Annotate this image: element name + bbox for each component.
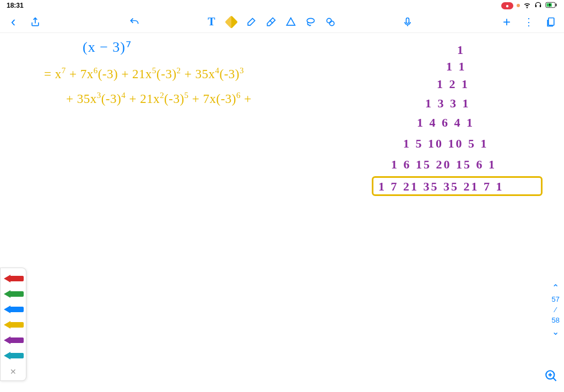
pascal-row-3: 1 3 3 1 bbox=[425, 96, 470, 111]
close-panel-icon[interactable]: ✕ bbox=[10, 367, 17, 376]
pen-panel: ✕ bbox=[0, 268, 26, 381]
svg-point-4 bbox=[327, 18, 331, 23]
pascal-row-1: 1 1 bbox=[446, 59, 467, 74]
page-up-button[interactable]: ⌃ bbox=[552, 282, 559, 293]
headphones-icon bbox=[534, 1, 542, 10]
status-right: ● bbox=[501, 1, 557, 10]
text-tool[interactable]: T bbox=[206, 17, 217, 28]
shape-tool[interactable] bbox=[285, 17, 296, 28]
page-current: 57 bbox=[552, 295, 560, 303]
recording-indicator: ● bbox=[501, 2, 513, 9]
pen-red[interactable] bbox=[3, 273, 24, 285]
svg-point-5 bbox=[329, 21, 334, 25]
lasso-tool[interactable] bbox=[305, 17, 316, 28]
expansion-line1: = x7 + 7x6(-3) + 21x5(-3)2 + 35x4(-3)3 bbox=[44, 66, 244, 81]
page-navigator: ⌃ 57 ⁄ 58 ⌄ bbox=[552, 282, 560, 337]
svg-rect-6 bbox=[406, 18, 409, 23]
mic-button[interactable] bbox=[402, 17, 413, 28]
back-button[interactable]: ‹ bbox=[8, 17, 19, 28]
wifi-icon bbox=[523, 1, 531, 10]
status-bar: 18:31 ● bbox=[0, 0, 564, 11]
pen-green[interactable] bbox=[3, 288, 24, 300]
highlighter-tool[interactable] bbox=[246, 17, 257, 28]
page-total: 58 bbox=[552, 316, 560, 324]
undo-button[interactable] bbox=[129, 17, 140, 28]
expression-title: (x − 3)⁷ bbox=[83, 39, 132, 56]
pascal-row-4: 1 4 6 4 1 bbox=[417, 116, 474, 130]
pascal-row-5: 1 5 10 10 5 1 bbox=[403, 137, 489, 151]
svg-rect-2 bbox=[556, 3, 557, 6]
svg-rect-7 bbox=[549, 18, 554, 25]
pen-tool[interactable] bbox=[226, 17, 237, 28]
battery-icon bbox=[545, 2, 557, 10]
pascal-row-6: 1 6 15 20 15 6 1 bbox=[391, 157, 496, 172]
pascal-row-0: 1 bbox=[457, 43, 465, 57]
eraser-tool[interactable] bbox=[265, 17, 276, 28]
pen-blue[interactable] bbox=[3, 303, 24, 315]
share-button[interactable] bbox=[30, 17, 41, 28]
pen-cyan[interactable] bbox=[3, 350, 24, 362]
pen-yellow[interactable] bbox=[3, 319, 24, 331]
highlight-box bbox=[372, 176, 543, 196]
page-sep: ⁄ bbox=[555, 306, 556, 314]
svg-point-3 bbox=[307, 18, 314, 23]
pascal-row-2: 1 2 1 bbox=[437, 77, 469, 91]
add-button[interactable]: + bbox=[501, 17, 512, 28]
pages-button[interactable] bbox=[545, 17, 556, 28]
expansion-line2: + 35x3(-3)4 + 21x2(-3)5 + 7x(-3)6 + bbox=[66, 91, 252, 106]
pen-purple[interactable] bbox=[3, 334, 24, 346]
status-time: 18:31 bbox=[7, 2, 24, 9]
canvas[interactable]: (x − 3)⁷ = x7 + 7x6(-3) + 21x5(-3)2 + 35… bbox=[0, 33, 564, 392]
toolbar: ‹ T + ⋮ bbox=[0, 11, 564, 33]
page-down-button[interactable]: ⌄ bbox=[552, 326, 559, 337]
status-dot-icon bbox=[517, 4, 520, 7]
ruler-tool[interactable] bbox=[325, 17, 336, 28]
more-button[interactable]: ⋮ bbox=[523, 17, 534, 28]
zoom-button[interactable] bbox=[544, 369, 558, 383]
